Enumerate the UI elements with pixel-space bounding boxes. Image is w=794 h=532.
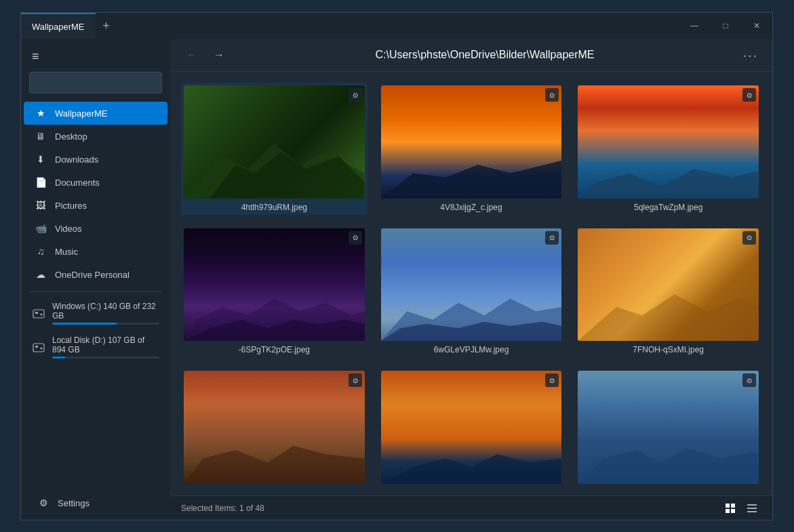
sidebar-item-label: Settings bbox=[58, 498, 90, 508]
file-thumbnail: ⊙ bbox=[184, 85, 365, 199]
content-area: ≡ ★ WallpaperME 🖥 Desktop ⬇ Downloads 📄 … bbox=[21, 39, 772, 520]
new-tab-button[interactable]: + bbox=[96, 15, 117, 37]
file-item[interactable]: ⊙ 5qlegaTwZpM.jpeg bbox=[575, 83, 761, 215]
drive-d-bar bbox=[52, 356, 65, 359]
svg-marker-9 bbox=[578, 169, 759, 199]
file-grid: ⊙ 4htlh979uRM.jpeg ⊙ 4V8JxijgZ_c.jpeg bbox=[170, 72, 772, 495]
thumb-overlay[interactable]: ⊙ bbox=[545, 88, 559, 102]
pictures-icon: 🖼 bbox=[35, 199, 47, 211]
drive-d-icon bbox=[32, 340, 45, 354]
svg-rect-24 bbox=[747, 511, 757, 512]
svg-marker-15 bbox=[184, 446, 365, 484]
file-thumbnail: ⊙ bbox=[381, 85, 562, 199]
thumb-overlay[interactable]: ⊙ bbox=[349, 88, 362, 102]
thumb-overlay[interactable]: ⊙ bbox=[545, 231, 559, 245]
file-item[interactable]: ⊙ 4htlh979uRM.jpeg bbox=[181, 83, 368, 215]
thumb-overlay[interactable]: ⊙ bbox=[349, 373, 362, 387]
file-name: 4V8JxijgZ_c.jpeg bbox=[440, 203, 502, 212]
svg-rect-1 bbox=[35, 312, 38, 314]
sidebar-item-desktop[interactable]: 🖥 Desktop bbox=[24, 125, 167, 148]
sidebar-item-downloads[interactable]: ⬇ Downloads bbox=[24, 148, 167, 171]
sidebar-item-onedrive[interactable]: ☁ OneDrive Personal bbox=[24, 263, 167, 286]
svg-rect-19 bbox=[731, 504, 735, 508]
title-bar: WallpaperME + — □ ✕ bbox=[21, 13, 772, 39]
drive-c-bar bbox=[52, 323, 117, 325]
drive-d-header: Local Disk (D:) 107 GB of 894 GB bbox=[32, 335, 159, 359]
forward-button[interactable]: → bbox=[208, 44, 230, 66]
drive-c-name: Windows (C:) 140 GB of 232 GB bbox=[52, 302, 159, 321]
sidebar-item-settings[interactable]: ⚙ Settings bbox=[26, 491, 165, 514]
search-input[interactable] bbox=[29, 72, 162, 94]
drive-d[interactable]: Local Disk (D:) 107 GB of 894 GB bbox=[21, 331, 170, 365]
svg-marker-7 bbox=[210, 152, 365, 199]
drive-c-icon bbox=[32, 306, 45, 320]
active-tab[interactable]: WallpaperME bbox=[21, 13, 96, 39]
file-item[interactable]: ⊙ bbox=[378, 368, 565, 491]
sidebar-item-label: WallpaperME bbox=[55, 108, 108, 119]
sidebar-item-documents[interactable]: 📄 Documents bbox=[24, 171, 167, 194]
file-name: 5qlegaTwZpM.jpeg bbox=[634, 203, 702, 212]
grid-view-button[interactable] bbox=[721, 499, 740, 518]
more-options-button[interactable]: ··· bbox=[740, 44, 761, 66]
minimize-button[interactable]: — bbox=[679, 13, 710, 39]
sidebar-item-label: Videos bbox=[55, 224, 82, 234]
sidebar-item-music[interactable]: ♫ Music bbox=[24, 240, 167, 263]
hamburger-menu[interactable]: ≡ bbox=[21, 44, 170, 72]
svg-rect-4 bbox=[35, 346, 38, 348]
file-thumbnail: ⊙ bbox=[184, 228, 365, 342]
svg-marker-16 bbox=[381, 454, 562, 484]
drive-c-info: Windows (C:) 140 GB of 232 GB bbox=[52, 302, 159, 325]
window-frame: WallpaperME + — □ ✕ ≡ ★ WallpaperME 🖥 De… bbox=[20, 12, 773, 520]
drive-c[interactable]: Windows (C:) 140 GB of 232 GB bbox=[21, 298, 170, 331]
file-item[interactable]: ⊙ bbox=[181, 368, 368, 491]
sidebar: ≡ ★ WallpaperME 🖥 Desktop ⬇ Downloads 📄 … bbox=[21, 39, 170, 520]
file-thumbnail: ⊙ bbox=[381, 228, 562, 342]
thumb-overlay[interactable]: ⊙ bbox=[742, 231, 756, 245]
svg-point-5 bbox=[41, 348, 43, 350]
settings-icon: ⚙ bbox=[37, 497, 49, 509]
file-item[interactable]: ⊙ 7FNOH-qSxMI.jpeg bbox=[575, 226, 761, 358]
back-button[interactable]: ← bbox=[181, 44, 203, 66]
thumb-overlay[interactable]: ⊙ bbox=[742, 88, 756, 102]
svg-point-2 bbox=[41, 314, 43, 316]
svg-rect-0 bbox=[33, 310, 44, 318]
svg-marker-8 bbox=[381, 160, 562, 198]
drive-d-info: Local Disk (D:) 107 GB of 894 GB bbox=[52, 335, 159, 359]
videos-icon: 📹 bbox=[35, 222, 47, 234]
svg-rect-22 bbox=[747, 504, 757, 506]
drive-d-progress bbox=[52, 356, 159, 359]
file-name: 7FNOH-qSxMI.jpeg bbox=[633, 345, 704, 354]
status-bar: Selected Items: 1 of 48 bbox=[170, 495, 772, 520]
file-thumbnail: ⊙ bbox=[381, 371, 562, 484]
thumb-overlay[interactable]: ⊙ bbox=[742, 373, 756, 387]
svg-marker-17 bbox=[578, 448, 759, 484]
sidebar-divider bbox=[29, 291, 162, 292]
documents-icon: 📄 bbox=[35, 176, 47, 188]
file-item[interactable]: ⊙ 6wGLeVPJLMw.jpeg bbox=[378, 226, 565, 358]
thumb-overlay[interactable]: ⊙ bbox=[349, 231, 362, 245]
file-thumbnail: ⊙ bbox=[578, 371, 759, 484]
close-button[interactable]: ✕ bbox=[741, 13, 772, 39]
svg-rect-3 bbox=[33, 344, 44, 352]
sidebar-item-wallpaperme[interactable]: ★ WallpaperME bbox=[24, 102, 167, 125]
file-name: 6wGLeVPJLMw.jpeg bbox=[434, 345, 509, 354]
file-item[interactable]: ⊙ -6SPgTK2pOE.jpeg bbox=[181, 226, 368, 358]
svg-rect-18 bbox=[726, 504, 730, 508]
file-item[interactable]: ⊙ 4V8JxijgZ_c.jpeg bbox=[378, 83, 565, 215]
maximize-button[interactable]: □ bbox=[710, 13, 741, 39]
drive-c-header: Windows (C:) 140 GB of 232 GB bbox=[32, 302, 159, 325]
star-icon: ★ bbox=[35, 107, 47, 119]
view-toggle bbox=[721, 499, 761, 518]
thumb-overlay[interactable]: ⊙ bbox=[545, 373, 559, 387]
window-controls: — □ ✕ bbox=[679, 13, 772, 39]
sidebar-item-label: OneDrive Personal bbox=[55, 270, 130, 280]
sidebar-item-pictures[interactable]: 🖼 Pictures bbox=[24, 194, 167, 217]
list-view-button[interactable] bbox=[742, 499, 761, 518]
file-thumbnail: ⊙ bbox=[578, 85, 759, 199]
file-name: -6SPgTK2pOE.jpeg bbox=[239, 345, 310, 354]
file-thumbnail: ⊙ bbox=[184, 371, 365, 484]
file-item[interactable]: ⊙ bbox=[575, 368, 761, 491]
sidebar-item-label: Downloads bbox=[55, 155, 98, 165]
sidebar-item-videos[interactable]: 📹 Videos bbox=[24, 217, 167, 240]
main-panel: ← → C:\Users\phste\OneDrive\Bilder\Wallp… bbox=[170, 39, 772, 520]
